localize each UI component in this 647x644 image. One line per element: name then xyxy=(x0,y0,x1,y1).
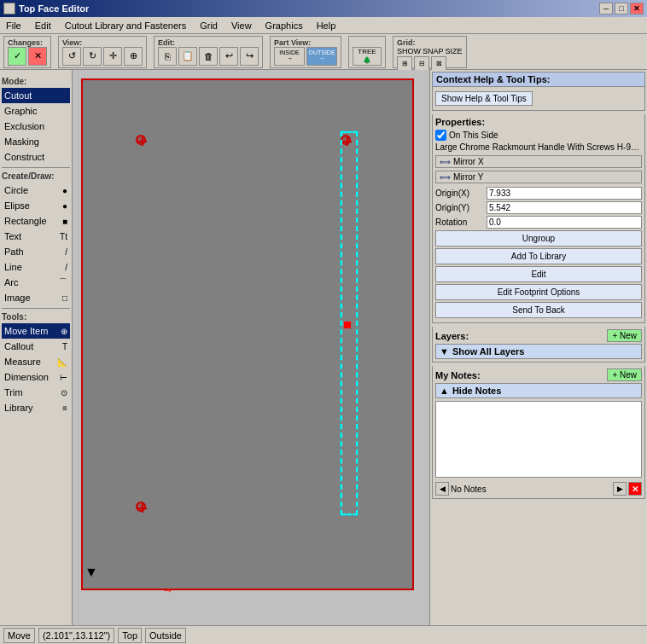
mode-exclusion[interactable]: Exclusion xyxy=(2,119,70,134)
grid-size-button[interactable]: ⊠ xyxy=(431,56,446,72)
view-pan-button[interactable]: ✛ xyxy=(103,47,122,66)
drag-handle[interactable] xyxy=(344,322,351,328)
mirror-x-button[interactable]: ⟺ Mirror X xyxy=(435,155,642,168)
tool-callout[interactable]: Callout T xyxy=(2,339,70,354)
create-rectangle[interactable]: Rectangle ■ xyxy=(2,213,70,229)
show-help-button[interactable]: Show Help & Tool Tips xyxy=(435,91,533,106)
mode-masking[interactable]: Masking xyxy=(2,134,70,149)
changes-group: Changes: ✓ ✕ xyxy=(3,36,51,68)
context-help-section: Context Help & Tool Tips: Show Help & To… xyxy=(432,72,645,111)
statusbar: Move (2.101",13.112") Top Outside xyxy=(0,625,647,644)
arc-icon: ⌒ xyxy=(59,276,67,288)
layers-header: Layers: + New xyxy=(435,329,642,342)
send-to-back-button[interactable]: Send To Back xyxy=(435,302,642,318)
menu-graphics[interactable]: Graphics xyxy=(263,20,306,32)
context-help-label: Context Help & Tool Tips: xyxy=(436,74,550,84)
tool-library[interactable]: Library ≡ xyxy=(2,400,70,415)
tool-dimension[interactable]: Dimension ⊢ xyxy=(2,369,70,385)
tool-trim[interactable]: Trim ⊙ xyxy=(2,385,70,400)
create-arc[interactable]: Arc ⌒ xyxy=(2,275,70,290)
selected-item xyxy=(341,131,358,515)
arrow-left: ▼ xyxy=(85,565,98,580)
create-image[interactable]: Image □ xyxy=(2,290,70,305)
tree-button[interactable]: TREE 🌲 xyxy=(353,47,382,66)
origin-y-input[interactable] xyxy=(487,201,642,214)
edit-delete-button[interactable]: 🗑 xyxy=(199,47,218,66)
changes-accept-button[interactable]: ✓ xyxy=(8,47,26,66)
hide-notes-row[interactable]: ▲ Hide Notes xyxy=(435,383,642,398)
edit-footprint-button[interactable]: Edit Footprint Options xyxy=(435,284,642,300)
status-view: Top xyxy=(118,628,142,643)
tool-measure[interactable]: Measure 📐 xyxy=(2,354,70,369)
minimize-button[interactable]: ─ xyxy=(599,3,613,15)
part-view-outside-button[interactable]: OUTSIDE → xyxy=(306,47,337,66)
notes-new-button[interactable]: + New xyxy=(607,368,642,381)
target-3 xyxy=(136,502,146,512)
edit-redo-button[interactable]: ↪ xyxy=(240,47,259,66)
mode-label: Mode: xyxy=(2,77,70,86)
maximize-button[interactable]: □ xyxy=(615,3,628,15)
rectangle-icon: ■ xyxy=(62,217,67,226)
grid-group: Grid: SHOW SNAP SIZE ⊞ ⊟ ⊠ xyxy=(393,36,467,68)
menu-cutout-library[interactable]: Cutout Library and Fasteners xyxy=(62,20,189,32)
create-circle[interactable]: Circle ● xyxy=(2,183,70,198)
text-icon: Tt xyxy=(60,232,67,241)
create-elipse[interactable]: Elipse ● xyxy=(2,198,70,213)
menu-file[interactable]: File xyxy=(3,20,24,32)
origin-x-row: Origin(X) xyxy=(435,187,642,200)
mode-cutout[interactable]: Cutout xyxy=(2,88,70,103)
canvas[interactable]: ▼ → ▼ ← xyxy=(81,78,414,590)
properties-label: Properties: xyxy=(435,117,642,127)
layers-section: Layers: + New ▼ Show All Layers xyxy=(432,327,645,363)
mirror-y-button[interactable]: ⟺ Mirror Y xyxy=(435,171,642,183)
properties-content: Properties: On This Side Large Chrome Ra… xyxy=(432,114,645,323)
notes-next-button[interactable]: ▶ xyxy=(613,482,627,496)
notes-textarea[interactable] xyxy=(435,401,642,478)
my-notes-header: My Notes: + New xyxy=(435,368,642,381)
view-group: View: ↺ ↻ ✛ ⊕ xyxy=(58,36,147,68)
tool-move-item[interactable]: Move Item ⊕ xyxy=(2,323,70,339)
create-text[interactable]: Text Tt xyxy=(2,229,70,244)
mode-graphic[interactable]: Graphic xyxy=(2,103,70,119)
edit-copy-button[interactable]: ⎘ xyxy=(158,47,177,66)
grid-snap-button[interactable]: ⊟ xyxy=(414,56,429,72)
changes-cancel-button[interactable]: ✕ xyxy=(28,47,47,66)
my-notes-content: My Notes: + New ▲ Hide Notes ◀ No Notes … xyxy=(432,366,645,499)
origin-y-row: Origin(Y) xyxy=(435,201,642,214)
part-view-inside-button[interactable]: INSIDE → xyxy=(274,47,305,66)
target-1 xyxy=(136,135,146,145)
grid-label: Grid: xyxy=(397,38,416,47)
edit-paste-button[interactable]: 📋 xyxy=(178,47,197,66)
title-icon xyxy=(3,3,15,15)
menu-grid[interactable]: Grid xyxy=(197,20,220,32)
changes-label: Changes: xyxy=(8,38,43,47)
my-notes-label: My Notes: xyxy=(435,370,481,380)
mode-construct[interactable]: Construct xyxy=(2,149,70,165)
layers-new-button[interactable]: + New xyxy=(607,329,642,342)
menu-view[interactable]: View xyxy=(229,20,254,32)
create-line[interactable]: Line / xyxy=(2,259,70,275)
edit-button[interactable]: Edit xyxy=(435,266,642,282)
right-panel: Context Help & Tool Tips: Show Help & To… xyxy=(429,70,647,625)
ungroup-button[interactable]: Ungroup xyxy=(435,230,642,247)
view-rotate-ccw-button[interactable]: ↺ xyxy=(62,47,81,66)
origin-x-input[interactable] xyxy=(487,187,642,200)
on-this-side-checkbox[interactable] xyxy=(435,130,446,141)
create-path[interactable]: Path / xyxy=(2,244,70,259)
menu-edit[interactable]: Edit xyxy=(32,20,54,32)
grid-show-button[interactable]: ⊞ xyxy=(397,56,412,72)
canvas-area[interactable]: ▼ → ▼ ← xyxy=(73,70,429,625)
edit-undo-button[interactable]: ↩ xyxy=(219,47,238,66)
add-to-library-button[interactable]: Add To Library xyxy=(435,248,642,264)
view-fit-button[interactable]: ⊕ xyxy=(124,47,143,66)
close-button[interactable]: ✕ xyxy=(630,3,644,15)
mirror-y-icon: ⟺ xyxy=(440,173,451,182)
rotation-input[interactable] xyxy=(487,216,642,229)
notes-delete-button[interactable]: ✕ xyxy=(628,482,642,496)
status-side: Outside xyxy=(145,628,186,643)
show-all-layers-row[interactable]: ▼ Show All Layers xyxy=(435,344,642,359)
menu-help[interactable]: Help xyxy=(314,20,339,32)
view-rotate-cw-button[interactable]: ↻ xyxy=(83,47,102,66)
tools-label: Tools: xyxy=(2,312,70,322)
notes-prev-button[interactable]: ◀ xyxy=(435,482,449,496)
